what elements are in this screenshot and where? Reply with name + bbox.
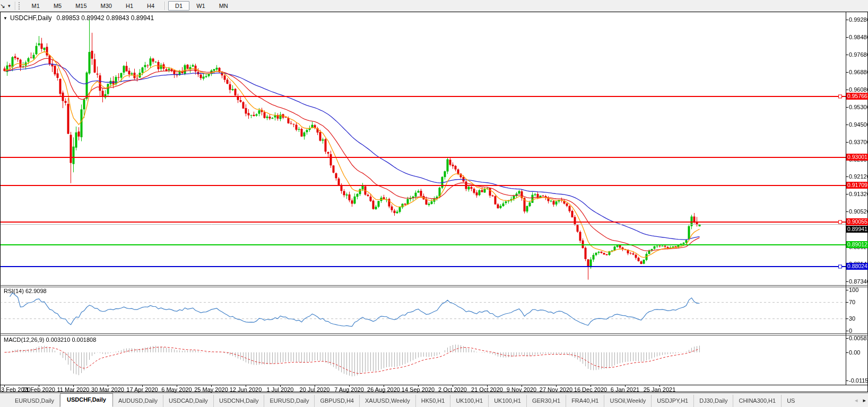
chart-tab-eurusd-daily[interactable]: EURUSD,Daily: [10, 395, 60, 407]
date-axis-label: 14 Sep 2020: [402, 386, 435, 393]
chart-window: ▼USDCHF,Daily0.89853 0.89942 0.89843 0.8…: [0, 12, 868, 392]
timeframe-button-m15[interactable]: M15: [68, 1, 93, 11]
toolbar-separator: [164, 2, 165, 10]
date-axis-label: 9 Nov 2020: [507, 386, 536, 393]
price-axis-tick-label: 0.87340: [849, 279, 868, 285]
chart-tab-dj30-daily[interactable]: DJ30,Daily: [694, 395, 733, 407]
level-price-badge: 0.91709: [846, 182, 868, 189]
chart-tab-usoil-weekly[interactable]: USOil,Weekly: [604, 395, 652, 407]
price-axis-tick-label: 0.99280: [849, 17, 868, 23]
rsi-axis-tick-label: 0: [849, 328, 852, 334]
timeframe-button-w1[interactable]: W1: [189, 1, 212, 11]
price-axis-tick-label: 0.96080: [849, 87, 868, 93]
date-axis-label: 11 Mar 2020: [57, 386, 90, 393]
price-axis-tick-label: 0.98480: [849, 34, 868, 40]
date-axis-label: 2 Oct 2020: [438, 386, 467, 393]
level-price-badge: 0.89012: [846, 241, 868, 248]
bid-price-badge: 0.89941: [846, 226, 868, 233]
level-price-badge: 0.88024: [846, 263, 868, 270]
date-axis-label: 25 May 2020: [194, 386, 228, 393]
chart-tab-usdcnh-daily[interactable]: USDCNH,Daily: [214, 395, 265, 407]
toolbar-separator: [15, 2, 15, 10]
timeframe-button-h4[interactable]: H4: [140, 1, 161, 11]
date-axis-label: 27 Nov 2020: [540, 386, 572, 393]
timeframe-button-h1[interactable]: H1: [119, 1, 140, 11]
timeframe-button-m30[interactable]: M30: [94, 1, 119, 11]
chart-tab-fra40-h1[interactable]: FRA40,H1: [566, 395, 604, 407]
macd-indicator-label: MACD(12,26,9) 0.003210 0.001808: [4, 337, 96, 343]
chart-tab-usdjpy-h1[interactable]: USDJPY,H1: [652, 395, 694, 407]
chart-tabs-bar: EURUSD,DailyUSDCHF,DailyAUDUSD,DailyUSDC…: [0, 393, 868, 407]
chart-ohlc-values: 0.89853 0.89942 0.89843 0.89941: [57, 14, 154, 22]
price-axis-tick-label: 0.90520: [849, 209, 868, 215]
date-axis-label: 21 Feb 2020: [22, 386, 55, 393]
chevron-down-icon: ▾: [8, 3, 11, 8]
date-axis-label: 20 Jul 2020: [300, 386, 330, 393]
chart-symbol-label: USDCHF,Daily: [10, 14, 52, 22]
rsi-indicator-label: RSI(14) 62.9098: [4, 288, 47, 294]
timeframe-button-m1[interactable]: M1: [25, 1, 47, 11]
price-axis-tick-label: 0.93700: [849, 139, 868, 145]
collapse-triangle-icon[interactable]: ▼: [3, 16, 7, 21]
timeframe-button-d1[interactable]: D1: [168, 1, 189, 11]
level-price-badge: 0.90055: [846, 218, 868, 225]
price-axis-tick-label: 0.92120: [849, 174, 868, 180]
date-axis-label: 21 Oct 2020: [471, 386, 503, 393]
level-price-badge: 0.93001: [846, 154, 868, 161]
rsi-axis-tick-label: 100: [849, 287, 858, 293]
price-axis-tick-label: 0.95300: [849, 104, 868, 110]
toolbar-grip[interactable]: [19, 2, 22, 10]
chart-tab-us[interactable]: US: [782, 395, 800, 407]
cursor-tool-button[interactable]: ↘ ▾: [0, 1, 13, 11]
timeframe-button-mn[interactable]: MN: [212, 1, 235, 11]
date-axis-label: 12 Jun 2020: [230, 386, 262, 393]
chart-tab-ger30-h1[interactable]: GER30,H1: [527, 395, 566, 407]
toolbar: ↘ ▾ M1M5M15M30H1H4D1W1MN: [0, 0, 868, 12]
tab-scroll-left-icon[interactable]: ◂: [855, 397, 858, 404]
date-axis-label: 30 Mar 2020: [91, 386, 124, 393]
rsi-axis-tick-label: 70: [849, 299, 855, 305]
date-axis-label: 16 Dec 2020: [574, 386, 607, 393]
chart-tab-eurusd-daily[interactable]: EURUSD,Daily: [264, 395, 315, 407]
price-axis-tick-label: 0.96880: [849, 69, 868, 75]
chart-tab-xauusd-weekly[interactable]: XAUUSD,Weekly: [360, 395, 416, 407]
chart-tab-usdchf-daily[interactable]: USDCHF,Daily: [60, 393, 113, 407]
price-axis-tick-label: 0.97680: [849, 52, 868, 58]
level-price-badge: 0.95766: [846, 93, 868, 100]
date-axis-label: 7 Aug 2020: [334, 386, 364, 393]
timeframe-button-group: M1M5M15M30H1H4D1W1MN: [25, 1, 235, 11]
macd-axis-tick-label: 0.005818: [849, 335, 868, 341]
price-axis-tick-label: 0.91320: [849, 191, 868, 197]
cursor-tool-icon: ↘: [0, 2, 5, 10]
chart-tab-audusd-daily[interactable]: AUDUSD,Daily: [113, 395, 163, 407]
chart-title: ▼USDCHF,Daily0.89853 0.89942 0.89843 0.8…: [3, 14, 154, 22]
date-axis-label: 1 Jul 2020: [267, 386, 294, 393]
tab-scroll-right-icon[interactable]: ▸: [863, 397, 866, 404]
chart-tab-china300-h1[interactable]: CHINA300,H1: [733, 395, 782, 407]
date-axis-label: 6 May 2020: [161, 386, 192, 393]
date-axis-label: 26 Aug 2020: [367, 386, 400, 393]
date-axis-label: 25 Jan 2021: [644, 386, 676, 393]
chart-tab-hk50-h1[interactable]: HK50,H1: [416, 395, 451, 407]
chart-tab-uk100-h1[interactable]: UK100,H1: [450, 395, 489, 407]
chart-tab-gbpusd-h4[interactable]: GBPUSD,H4: [315, 395, 360, 407]
macd-axis-tick-label: -0.011514: [849, 378, 868, 384]
date-axis-label: 17 Apr 2020: [126, 386, 158, 393]
chart-tab-uk100-h1[interactable]: UK100,H1: [489, 395, 527, 407]
rsi-axis-tick-label: 30: [849, 316, 855, 322]
timeframe-button-m5[interactable]: M5: [47, 1, 68, 11]
price-chart-canvas[interactable]: [0, 12, 868, 392]
chart-tab-usdcad-daily[interactable]: USDCAD,Daily: [163, 395, 214, 407]
macd-axis-tick-label: 0.00: [849, 350, 860, 356]
price-axis-tick-label: 0.94500: [849, 122, 868, 128]
date-axis-label: 6 Jan 2021: [611, 386, 639, 393]
